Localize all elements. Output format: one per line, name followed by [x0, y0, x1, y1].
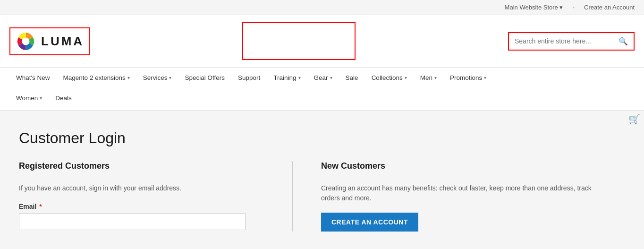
chevron-icon: ▾ — [298, 75, 301, 80]
nav-item-promotions[interactable]: Promotions ▾ — [443, 68, 493, 88]
nav-item-men[interactable]: Men ▾ — [414, 68, 443, 88]
new-customers-section: New Customers Creating an account has ma… — [321, 161, 595, 232]
nav-item-collections[interactable]: Collections ▾ — [365, 68, 414, 88]
logo-icon — [15, 31, 36, 52]
nav-item-special-offers[interactable]: Special Offers — [178, 68, 231, 88]
logo[interactable]: LUMA — [9, 27, 90, 55]
store-switcher[interactable]: Main Website Store ▾ — [505, 4, 563, 11]
nav-item-support[interactable]: Support — [231, 68, 267, 88]
page-title: Customer Login — [19, 129, 625, 147]
nav-item-whats-new[interactable]: What's New — [9, 68, 57, 88]
nav-item-training[interactable]: Training ▾ — [267, 68, 307, 88]
email-field[interactable] — [19, 213, 246, 230]
search-box: 🔍 — [508, 32, 635, 51]
nav-row-2: Women ▾ Deals — [9, 88, 635, 110]
header-middle-box — [242, 22, 356, 60]
new-customers-description: Creating an account has many benefits: c… — [321, 183, 595, 203]
nav-row-1: What's New Magento 2 extensions ▾ Servic… — [9, 68, 635, 88]
nav-item-magento2[interactable]: Magento 2 extensions ▾ — [57, 68, 136, 88]
nav-item-women[interactable]: Women ▾ — [9, 88, 49, 108]
nav-item-gear[interactable]: Gear ▾ — [307, 68, 339, 88]
content-area: Customer Login Registered Customers If y… — [0, 111, 644, 249]
create-account-button[interactable]: Create an Account — [321, 213, 418, 232]
cart-icon-wrapper[interactable]: 🛒 — [628, 113, 640, 125]
nav-item-deals[interactable]: Deals — [49, 88, 78, 108]
registered-customers-section: Registered Customers If you have an acco… — [19, 161, 293, 232]
navigation: What's New Magento 2 extensions ▾ Servic… — [0, 68, 644, 111]
header-middle — [99, 22, 499, 60]
nav-item-services[interactable]: Services ▾ — [136, 68, 178, 88]
svg-point-1 — [22, 37, 30, 45]
required-indicator: * — [37, 203, 42, 210]
header: LUMA 🔍 — [0, 15, 644, 68]
search-icon[interactable]: 🔍 — [619, 37, 628, 46]
store-label: Main Website Store — [505, 4, 558, 11]
chevron-icon: ▾ — [127, 75, 130, 80]
separator: ▪ — [572, 4, 575, 11]
email-label: Email * — [19, 203, 264, 210]
two-column-layout: Registered Customers If you have an acco… — [19, 161, 625, 232]
create-account-topbar-link[interactable]: Create an Account — [584, 4, 635, 11]
chevron-icon: ▾ — [434, 75, 437, 80]
chevron-icon: ▾ — [330, 75, 332, 80]
chevron-icon: ▾ — [40, 95, 42, 101]
nav-item-sale[interactable]: Sale — [339, 68, 365, 88]
chevron-icon: ▾ — [405, 75, 407, 80]
chevron-icon: ▾ — [484, 75, 486, 80]
cart-icon[interactable]: 🛒 — [628, 114, 640, 124]
search-input[interactable] — [515, 37, 619, 45]
top-bar: Main Website Store ▾ ▪ Create an Account — [0, 0, 644, 15]
chevron-icon: ▾ — [169, 75, 171, 80]
registered-customers-title: Registered Customers — [19, 161, 264, 176]
store-arrow-icon: ▾ — [559, 4, 563, 11]
registered-customers-description: If you have an account, sign in with you… — [19, 183, 264, 193]
logo-text: LUMA — [41, 34, 84, 49]
new-customers-title: New Customers — [321, 161, 595, 176]
